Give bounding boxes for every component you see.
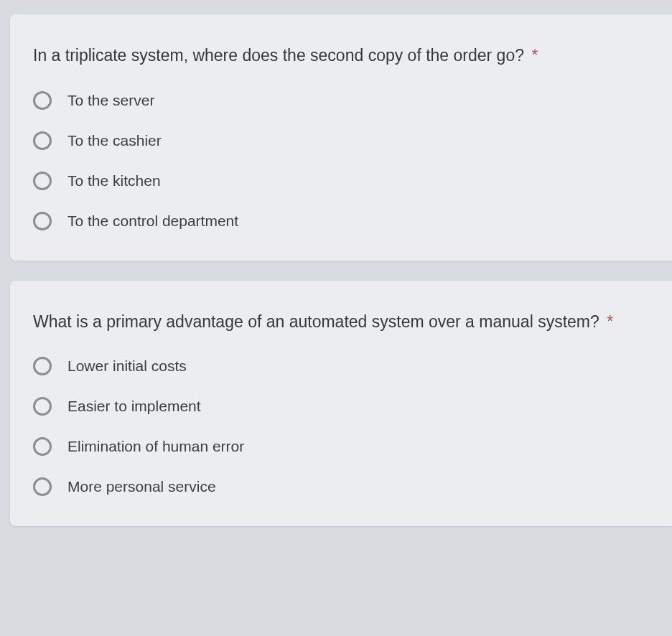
radio-icon — [33, 131, 52, 150]
option-label: To the control department — [67, 212, 238, 230]
radio-icon — [33, 477, 52, 496]
radio-icon — [33, 172, 52, 190]
question-card-1: In a triplicate system, where does the s… — [10, 14, 672, 261]
option-label: To the server — [67, 92, 154, 109]
radio-option[interactable]: More personal service — [33, 477, 652, 496]
option-label: Easier to implement — [67, 398, 201, 415]
question-label: What is a primary advantage of an automa… — [33, 312, 599, 331]
required-asterisk: * — [531, 46, 538, 65]
radio-icon — [33, 212, 52, 230]
option-label: Lower initial costs — [67, 357, 187, 375]
option-label: Elimination of human error — [67, 438, 244, 455]
radio-icon — [33, 397, 52, 416]
required-asterisk: * — [607, 312, 613, 331]
radio-icon — [33, 357, 52, 375]
radio-option[interactable]: To the server — [33, 91, 652, 110]
radio-option[interactable]: To the kitchen — [33, 172, 652, 190]
radio-option[interactable]: Easier to implement — [33, 397, 652, 416]
question-text: In a triplicate system, where does the s… — [33, 43, 652, 68]
option-label: More personal service — [67, 478, 216, 495]
question-text: What is a primary advantage of an automa… — [33, 309, 652, 335]
question-card-2: What is a primary advantage of an automa… — [10, 281, 672, 527]
radio-option[interactable]: Elimination of human error — [33, 437, 652, 456]
radio-icon — [33, 437, 52, 456]
radio-option[interactable]: To the cashier — [33, 131, 652, 150]
radio-option[interactable]: Lower initial costs — [33, 357, 652, 375]
option-label: To the cashier — [67, 132, 162, 149]
radio-option[interactable]: To the control department — [33, 212, 652, 230]
question-label: In a triplicate system, where does the s… — [33, 46, 524, 65]
radio-icon — [33, 91, 52, 110]
option-label: To the kitchen — [67, 172, 161, 190]
